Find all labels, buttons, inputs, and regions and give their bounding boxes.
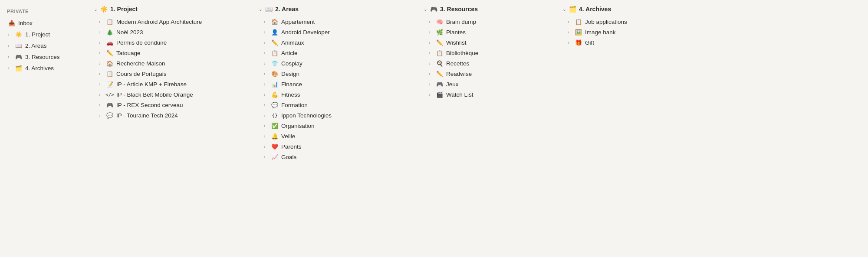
chevron-right-icon: › (429, 40, 433, 45)
item-icon: 🌿 (436, 28, 444, 36)
item-label: Design (281, 71, 410, 77)
chevron-right-icon: › (568, 20, 572, 24)
item-icon: 🔔 (271, 132, 279, 140)
archives-icon: 🗂️ (15, 64, 23, 72)
list-item[interactable]: › 📋 Job applications (561, 16, 672, 27)
list-item[interactable]: › 📋 Bibliothèque (422, 48, 550, 58)
item-icon: 🧠 (436, 18, 444, 26)
list-item[interactable]: › 🎨 Design (257, 68, 411, 79)
sidebar-item-archives[interactable]: › 🗂️ 4. Archives (5, 62, 82, 74)
item-icon: </> (106, 91, 114, 98)
item-label: Finance (281, 81, 410, 88)
chevron-right-icon: › (568, 30, 572, 35)
item-icon: 🎄 (106, 28, 114, 36)
list-item[interactable]: › 💬 Formation (257, 100, 411, 110)
project-icon: ☀️ (15, 30, 23, 38)
list-item[interactable]: › 🎁 Gift (561, 37, 672, 48)
list-item[interactable]: › 🎮 Jeux (422, 79, 550, 89)
item-label: Tatouage (116, 50, 245, 56)
item-icon: 💪 (271, 91, 279, 98)
archives-header-icon: 🗂️ (569, 5, 576, 13)
item-icon: 🎨 (271, 70, 279, 78)
section-header-resources[interactable]: ⌄ 🎮 3. Resources (422, 3, 550, 15)
item-icon: 🚗 (106, 39, 114, 46)
item-icon: 📋 (106, 18, 114, 26)
chevron-right-icon: › (429, 92, 433, 97)
list-item[interactable]: › 💪 Fitness (257, 89, 411, 100)
list-item[interactable]: › 🚗 Permis de conduire (92, 37, 247, 48)
sidebar-item-project[interactable]: › ☀️ 1. Project (5, 29, 82, 40)
list-item[interactable]: › 🏠 Appartement (257, 16, 411, 27)
list-item[interactable]: › ✏️ Readwise (422, 68, 550, 79)
list-item[interactable]: › 💬 IP - Touraine Tech 2024 (92, 110, 247, 120)
private-label: Private (5, 7, 82, 17)
list-item[interactable]: › ❤️ Parents (257, 141, 411, 152)
chevron-right-icon: › (99, 72, 103, 76)
item-icon: 📋 (106, 70, 114, 78)
chevron-right-icon: › (264, 103, 268, 107)
list-item[interactable]: › 🍳 Recettes (422, 58, 550, 68)
item-label: Article (281, 50, 410, 56)
item-label: Cosplay (281, 60, 410, 67)
list-item[interactable]: › 🧠 Brain dump (422, 16, 550, 27)
list-item[interactable]: › 🎄 Noël 2023 (92, 27, 247, 37)
section-header-archives[interactable]: ⌄ 🗂️ 4. Archives (561, 3, 672, 15)
list-item[interactable]: › </> IP - Black Belt Mobile Orange (92, 89, 247, 100)
sidebar-item-areas[interactable]: › 📖 2. Areas (5, 40, 82, 51)
main-content: ⌄ ☀️ 1. Project › 📋 Modern Android App A… (87, 0, 868, 257)
list-item[interactable]: › 🏠 Recherche Maison (92, 58, 247, 68)
list-item[interactable]: › 🔔 Veille (257, 131, 411, 141)
list-item[interactable]: › 📋 Article (257, 48, 411, 58)
chevron-icon: › (8, 55, 12, 59)
item-label: Modern Android App Architecture (116, 19, 245, 25)
list-item[interactable]: › 👤 Android Developer (257, 27, 411, 37)
list-item[interactable]: › ✏️ Wishlist (422, 37, 550, 48)
chevron-right-icon: › (568, 40, 572, 45)
list-item[interactable]: › ✅ Organisation (257, 120, 411, 131)
item-label: Cours de Portugais (116, 71, 245, 77)
sidebar-item-inbox[interactable]: 📥 Inbox (5, 17, 82, 29)
item-icon: ✏️ (436, 70, 444, 78)
list-item[interactable]: › {} Ippon Technologies (257, 110, 411, 120)
chevron-right-icon: › (99, 103, 103, 107)
list-item[interactable]: › 🖼️ Image bank (561, 27, 672, 37)
chevron-right-icon: › (264, 51, 268, 55)
item-icon: 🎁 (575, 39, 582, 46)
list-item[interactable]: › ✏️ Animaux (257, 37, 411, 48)
section-header-label: 3. Resources (440, 6, 478, 13)
item-label: Recettes (446, 60, 549, 67)
list-item[interactable]: › ✏️ Tatouage (92, 48, 247, 58)
list-item[interactable]: › 🎬 Watch List (422, 89, 550, 100)
section-header-areas[interactable]: ⌄ 📖 2. Areas (257, 3, 411, 15)
list-item[interactable]: › 📊 Finance (257, 79, 411, 89)
chevron-down-icon: ⌄ (94, 7, 97, 12)
resources-icon: 🎮 (15, 53, 23, 61)
item-label: IP - Touraine Tech 2024 (116, 112, 245, 119)
chevron-right-icon: › (429, 61, 433, 66)
list-item[interactable]: › 📋 Modern Android App Architecture (92, 16, 247, 27)
chevron-right-icon: › (99, 20, 103, 24)
areas-header-icon: 📖 (265, 5, 273, 13)
list-item[interactable]: › 📝 IP - Article KMP + Firebase (92, 79, 247, 89)
item-label: Parents (281, 143, 410, 150)
chevron-right-icon: › (264, 92, 268, 97)
item-icon: 💬 (106, 111, 114, 119)
sidebar-item-label: 1. Project (25, 31, 50, 38)
section-header-project[interactable]: ⌄ ☀️ 1. Project (92, 3, 247, 15)
project-header-icon: ☀️ (100, 5, 108, 13)
item-icon: ✏️ (106, 49, 114, 57)
list-item[interactable]: › 🌿 Plantes (422, 27, 550, 37)
chevron-right-icon: › (264, 72, 268, 76)
list-item[interactable]: › 📋 Cours de Portugais (92, 68, 247, 79)
item-label: IP - Black Belt Mobile Orange (116, 91, 245, 98)
list-item[interactable]: › 🎮 IP - REX Second cerveau (92, 100, 247, 110)
sidebar-item-label: 4. Archives (25, 65, 54, 72)
item-icon: 🎬 (436, 91, 444, 98)
item-icon: 🏠 (271, 18, 279, 26)
item-label: Goals (281, 154, 410, 160)
list-item[interactable]: › 📈 Goals (257, 152, 411, 162)
sidebar-item-resources[interactable]: › 🎮 3. Resources (5, 51, 82, 62)
item-label: Appartement (281, 19, 410, 25)
chevron-right-icon: › (264, 134, 268, 139)
list-item[interactable]: › 👕 Cosplay (257, 58, 411, 68)
